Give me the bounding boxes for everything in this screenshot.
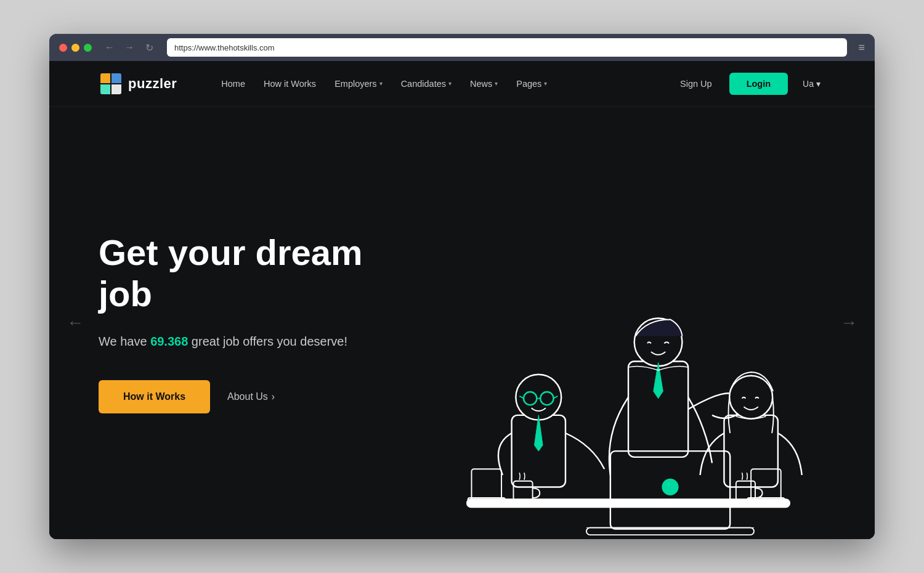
chevron-down-icon: ▾ — [379, 80, 383, 87]
nav-candidates[interactable]: Candidates ▾ — [394, 74, 459, 94]
language-selector[interactable]: Ua ▾ — [798, 74, 825, 94]
nav-home[interactable]: Home — [214, 74, 253, 94]
svg-rect-9 — [513, 481, 532, 500]
job-count: 69.368 — [150, 335, 188, 348]
svg-point-21 — [729, 376, 772, 419]
logo-quadrant-4 — [111, 84, 121, 94]
logo-quadrant-2 — [111, 73, 121, 83]
svg-rect-1 — [471, 469, 501, 502]
minimize-button[interactable] — [71, 44, 79, 52]
chevron-down-icon: ▾ — [495, 80, 498, 87]
logo-text: puzzler — [128, 76, 177, 92]
traffic-lights — [59, 44, 92, 52]
logo-icon — [99, 71, 123, 96]
url-text: https://www.thehotskills.com — [174, 43, 275, 52]
logo-quadrant-3 — [100, 84, 110, 94]
website-content: puzzler Home How it Works Employers ▾ Ca… — [49, 61, 875, 539]
chevron-down-icon: ▾ — [544, 80, 547, 87]
logo-quadrant-1 — [100, 73, 110, 83]
close-button[interactable] — [59, 44, 67, 52]
chevron-down-icon: ▾ — [448, 80, 452, 87]
browser-navigation: ← → ↻ — [102, 39, 157, 55]
browser-window: ← → ↻ https://www.thehotskills.com ≡ puz… — [49, 34, 875, 539]
browser-menu-button[interactable]: ≡ — [858, 41, 865, 54]
nav-how-it-works[interactable]: How it Works — [256, 74, 323, 94]
reload-button[interactable]: ↻ — [141, 39, 157, 55]
address-bar[interactable]: https://www.thehotskills.com — [167, 38, 847, 57]
nav-right: Sign Up Login Ua ▾ — [673, 73, 825, 95]
forward-button[interactable]: → — [121, 39, 137, 55]
navbar: puzzler Home How it Works Employers ▾ Ca… — [49, 61, 875, 107]
nav-pages[interactable]: Pages ▾ — [509, 74, 554, 94]
login-button[interactable]: Login — [729, 73, 788, 95]
chevron-down-icon: ▾ — [816, 79, 821, 89]
browser-titlebar: ← → ↻ https://www.thehotskills.com ≡ — [49, 34, 875, 61]
hero-illustration — [419, 107, 838, 539]
back-button[interactable]: ← — [102, 39, 118, 55]
nav-news[interactable]: News ▾ — [463, 74, 505, 94]
about-us-link[interactable]: About Us › — [227, 391, 275, 402]
hero-subtitle: We have 69.368 great job offers you dese… — [99, 332, 407, 351]
hero-title: Get your dream job — [99, 232, 407, 314]
team-illustration — [419, 243, 838, 539]
sign-up-button[interactable]: Sign Up — [673, 74, 719, 94]
maximize-button[interactable] — [84, 44, 92, 52]
prev-slide-button[interactable]: ← — [62, 308, 89, 338]
logo[interactable]: puzzler — [99, 71, 177, 96]
svg-point-7 — [662, 479, 678, 495]
how-it-works-button[interactable]: How it Works — [99, 380, 210, 413]
nav-links: Home How it Works Employers ▾ Candidates… — [214, 74, 673, 94]
arrow-right-icon: › — [272, 391, 275, 402]
hero-section: ← Get your dream job We have 69.368 grea… — [49, 107, 875, 539]
next-slide-button[interactable]: → — [835, 308, 862, 338]
hero-actions: How it Works About Us › — [99, 380, 407, 413]
hero-content: Get your dream job We have 69.368 great … — [99, 232, 407, 413]
nav-employers[interactable]: Employers ▾ — [327, 74, 390, 94]
